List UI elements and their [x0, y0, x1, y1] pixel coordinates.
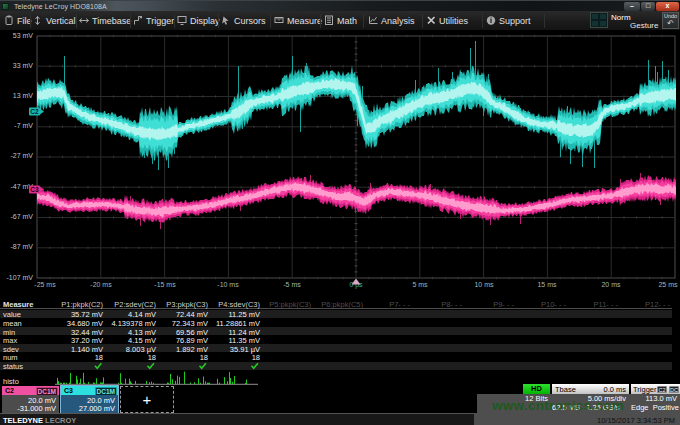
svg-text:C2: C2	[30, 108, 39, 115]
svg-text:C3: C3	[30, 186, 39, 193]
